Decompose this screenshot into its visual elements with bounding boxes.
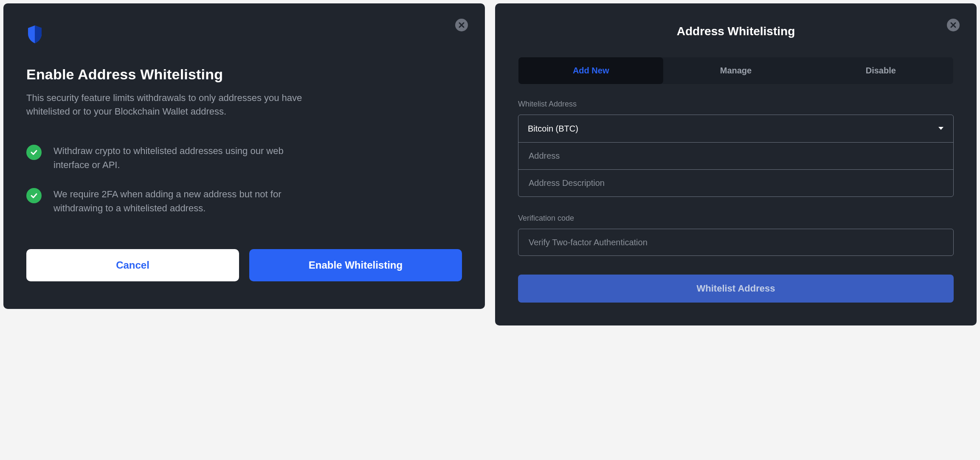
bullet-text: Withdraw crypto to whitelisted addresses… <box>54 144 291 172</box>
currency-select-value: Bitcoin (BTC) <box>528 124 578 134</box>
bullet-item: Withdraw crypto to whitelisted addresses… <box>26 144 462 172</box>
verification-code-input[interactable] <box>528 237 944 248</box>
whitelist-address-section-label: Whitelist Address <box>518 100 954 109</box>
check-icon <box>26 145 42 160</box>
close-button[interactable] <box>947 19 960 31</box>
tab-disable[interactable]: Disable <box>808 57 953 84</box>
shield-icon <box>26 25 462 46</box>
dialog-title: Address Whitelisting <box>518 25 954 38</box>
chevron-down-icon <box>938 126 944 131</box>
tab-manage[interactable]: Manage <box>663 57 808 84</box>
enable-whitelisting-button[interactable]: Enable Whitelisting <box>249 249 462 281</box>
whitelist-field-group: Bitcoin (BTC) <box>518 115 954 197</box>
verification-field-wrapper <box>518 229 954 256</box>
close-button[interactable] <box>455 19 468 31</box>
currency-select[interactable]: Bitcoin (BTC) <box>518 115 953 142</box>
bullet-item: We require 2FA when adding a new address… <box>26 187 462 215</box>
address-description-input[interactable] <box>528 178 944 188</box>
address-field-wrapper <box>518 142 953 169</box>
address-whitelisting-dialog: Address Whitelisting Add New Manage Disa… <box>495 3 977 325</box>
whitelist-address-submit-button[interactable]: Whitelist Address <box>518 275 954 303</box>
dialog-button-row: Cancel Enable Whitelisting <box>26 249 462 281</box>
dialog-subtitle: This security feature limits withdrawals… <box>26 91 324 118</box>
cancel-button[interactable]: Cancel <box>26 249 239 281</box>
close-icon <box>950 22 956 28</box>
dialog-title: Enable Address Whitelisting <box>26 66 462 83</box>
description-field-wrapper <box>518 169 953 196</box>
tab-add-new[interactable]: Add New <box>518 57 663 84</box>
verification-section-label: Verification code <box>518 214 954 223</box>
bullet-text: We require 2FA when adding a new address… <box>54 187 291 215</box>
enable-whitelisting-dialog: Enable Address Whitelisting This securit… <box>3 3 485 309</box>
close-icon <box>459 22 465 28</box>
bullet-list: Withdraw crypto to whitelisted addresses… <box>26 144 462 215</box>
check-icon <box>26 188 42 203</box>
address-input[interactable] <box>528 151 944 161</box>
tab-row: Add New Manage Disable <box>518 57 954 84</box>
